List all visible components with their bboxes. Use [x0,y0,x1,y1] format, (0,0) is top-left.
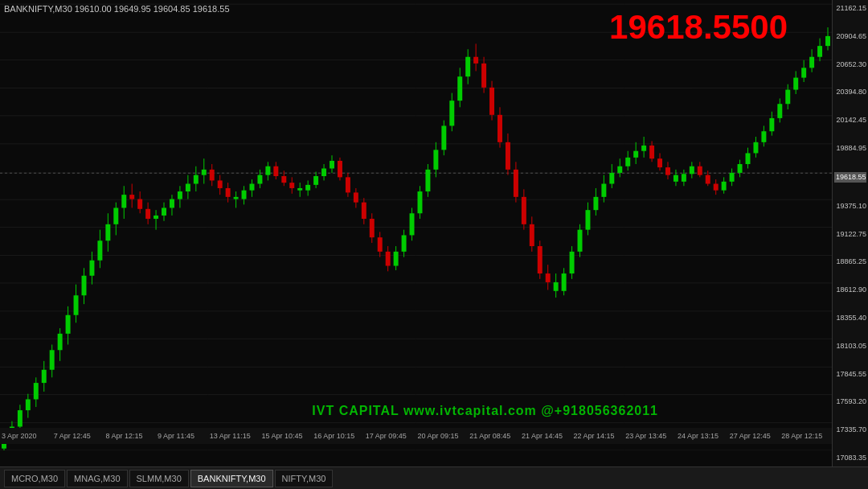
time-tick: 13 Apr 11:15 [210,432,251,440]
time-tick: 20 Apr 09:15 [418,432,459,440]
time-tick: 28 Apr 12:15 [781,432,822,440]
chart-tab[interactable]: MNAG,M30 [67,470,127,487]
price-tick: 20904.65 [834,32,866,41]
price-tick: 20142.45 [834,116,866,125]
time-tick: 7 Apr 12:45 [54,432,91,440]
price-tick: 17083.35 [834,454,866,462]
price-tick: 19884.95 [834,144,866,153]
candlestick-chart [0,0,832,450]
time-tick: 16 Apr 10:15 [313,432,354,440]
time-tick: 23 Apr 13:45 [625,432,666,440]
symbol-info: BANKNIFTY,M30 19610.00 19649.95 19604.85… [4,4,230,14]
price-tick: 20652.30 [834,60,866,69]
time-tick: 24 Apr 13:15 [678,432,719,440]
price-tick: 18103.05 [834,342,866,351]
symbol-ohlc: 19610.00 19649.95 19604.85 19618.55 [75,4,230,14]
time-tick: 9 Apr 11:45 [158,432,194,440]
time-tick: 8 Apr 12:15 [105,432,142,440]
time-axis: 3 Apr 20207 Apr 12:458 Apr 12:159 Apr 11… [0,428,832,444]
price-tick: 18355.40 [834,314,866,323]
price-tick: 19375.10 [834,202,866,211]
price-tick: 17335.70 [834,425,866,434]
price-tick: 17593.20 [834,397,866,406]
time-tick: 22 Apr 14:15 [574,432,615,440]
time-tick: 21 Apr 14:45 [522,432,563,440]
watermark: IVT CAPITAL www.ivtcapital.com @+9180563… [312,404,658,418]
price-tick: 20394.80 [834,88,866,97]
time-tick: 21 Apr 08:45 [469,432,510,440]
price-tick: 18612.90 [834,286,866,294]
time-tick: 3 Apr 2020 [2,432,37,440]
tabs-bar: MCRO,M30MNAG,M30SLMM,M30BANKNIFTY,M30NIF… [0,466,868,489]
chart-tab[interactable]: NIFTY,M30 [275,470,334,487]
time-tick: 17 Apr 09:45 [366,432,407,440]
symbol-name: BANKNIFTY,M30 [4,4,72,14]
chart-tab[interactable]: SLMM,M30 [129,470,189,487]
time-tick: 27 Apr 12:45 [730,432,771,440]
chart-container: BANKNIFTY,M30 19610.00 19649.95 19604.85… [0,0,832,466]
price-tick: 21162.15 [834,4,866,13]
price-axis: 21162.1520904.6520652.3020394.8020142.45… [832,0,868,466]
chart-tab[interactable]: BANKNIFTY,M30 [190,470,273,487]
current-price-display: 19618.5500 [609,8,788,47]
price-tick: 19122.75 [834,230,866,239]
price-tick: 18865.25 [834,257,866,266]
price-tick: 19618.55 [834,172,866,183]
time-tick: 15 Apr 10:45 [261,432,302,440]
chart-tab[interactable]: MCRO,M30 [4,470,65,487]
price-tick: 17845.55 [834,370,866,379]
